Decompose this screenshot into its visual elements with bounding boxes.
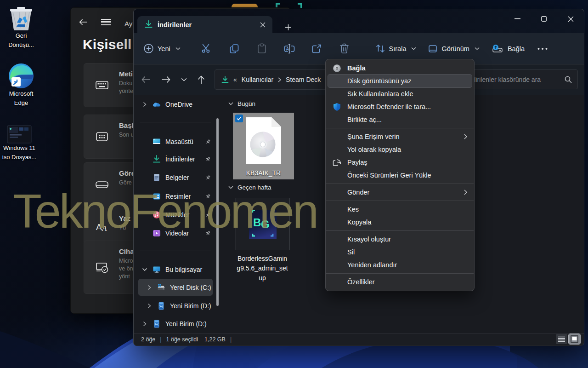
sidebar-item-label: Yerel Disk (C:) — [170, 284, 213, 291]
sidebar-item-downloads[interactable]: İndirilenler — [138, 151, 213, 167]
sidebar-item-desktop[interactable]: Masaüstü — [138, 134, 213, 150]
breadcrumb-crumb-steam-deck[interactable]: Steam Deck — [286, 76, 321, 83]
rename-button[interactable]: A — [279, 40, 300, 58]
menu-separator — [326, 201, 474, 201]
view-button[interactable]: Görünüm — [423, 40, 485, 58]
back-arrow-icon[interactable] — [79, 19, 87, 25]
sidebar-item-new-volume-1[interactable]: Yeni Birim (D:) — [138, 298, 213, 314]
pin-icon — [205, 156, 211, 162]
menu-item-send-to[interactable]: Gönder — [328, 186, 472, 199]
menu-item-give-access[interactable]: Şuna Erişim verin — [328, 130, 472, 143]
share-button[interactable] — [307, 40, 327, 58]
sidebar-item-label: Yeni Birim (D:) — [170, 302, 213, 310]
start-menu-icon — [95, 130, 109, 144]
breadcrumb-overflow-chevrons[interactable]: « — [233, 76, 237, 83]
paste-button[interactable] — [252, 40, 272, 58]
group-header-today[interactable]: Bugün — [228, 100, 255, 107]
file-item-kb3aik-selected[interactable]: KB3AIK_TR — [233, 113, 294, 179]
toolbar-right-group: Sırala Görünüm Bağla — [370, 40, 554, 58]
sidebar-item-local-disk-c[interactable]: Yerel Disk (C:) — [138, 279, 213, 296]
menu-item-copy[interactable]: Kopyala — [328, 216, 472, 229]
close-window-button[interactable] — [557, 9, 584, 29]
desktop-icon-label: Dönüşü... — [0, 40, 43, 50]
sort-button[interactable]: Sırala — [370, 40, 422, 58]
sidebar-item-new-volume-2[interactable]: Yeni Birim (D:) — [138, 316, 213, 332]
menu-item-mount[interactable]: Bağla — [328, 62, 472, 75]
menu-item-open-with[interactable]: Birlikte aç... — [328, 113, 472, 126]
copy-button[interactable] — [224, 40, 244, 58]
nav-recent-button[interactable] — [176, 72, 192, 87]
menu-item-label: Yol olarak kopyala — [347, 146, 467, 153]
menu-item-rename[interactable]: Yeniden adlandır — [328, 259, 472, 271]
desktop-icon-windows11-iso[interactable]: Windows 11 iso Dosyas... — [0, 125, 41, 162]
chevron-down-icon — [411, 47, 416, 50]
search-box[interactable]: İndirilenler klasöründe ara — [461, 69, 578, 89]
chevron-down-icon[interactable] — [141, 268, 148, 271]
share-icon — [311, 44, 322, 54]
chevron-right-icon[interactable] — [141, 102, 148, 107]
menu-item-create-shortcut[interactable]: Kısayol oluştur — [328, 233, 472, 246]
new-tab-button[interactable] — [282, 21, 294, 33]
explorer-tab-downloads[interactable]: İndirilenler — [137, 16, 272, 33]
menu-item-scan-with-defender[interactable]: Microsoft Defender ile tara... — [328, 100, 472, 113]
menu-item-label: Özellikler — [347, 278, 467, 286]
menu-item-delete[interactable]: Sil — [328, 246, 472, 259]
menu-item-label: Gönder — [347, 189, 464, 196]
menu-item-properties[interactable]: Özellikler — [328, 276, 472, 288]
trash-icon — [339, 43, 349, 54]
chevron-down-icon[interactable] — [228, 102, 233, 105]
desktop-icon-label: iso Dosyas... — [0, 153, 41, 162]
menu-item-burn-disc-image[interactable]: Disk görüntüsünü yaz — [328, 75, 472, 87]
plus-icon — [285, 24, 292, 31]
sidebar-item-documents[interactable]: Belgeler — [138, 170, 213, 185]
chevron-right-icon[interactable] — [146, 285, 153, 290]
selection-checkbox[interactable] — [235, 115, 243, 122]
chevron-right-icon[interactable] — [141, 321, 148, 327]
view-toggle-group — [556, 334, 580, 344]
nav-back-button[interactable] — [138, 72, 153, 87]
mount-button[interactable]: Bağla — [486, 40, 530, 58]
new-item-button[interactable]: Yeni — [139, 40, 185, 58]
menu-item-restore-previous-versions[interactable]: Önceki Sürümleri Geri Yükle — [328, 169, 472, 182]
delete-button[interactable] — [334, 40, 355, 58]
desktop-icon-recycle-bin[interactable]: Geri Dönüşü... — [0, 5, 43, 50]
arrow-up-icon — [198, 75, 204, 84]
cut-button[interactable] — [197, 40, 217, 58]
menu-item-copy-as-path[interactable]: Yol olarak kopyala — [328, 143, 472, 156]
desktop-icon-edge[interactable]: Microsoft Edge — [0, 63, 43, 108]
menu-item-label: Yeniden adlandır — [347, 261, 467, 269]
menu-item-label: Sık Kullanılanlara ekle — [347, 90, 467, 98]
sidebar-item-this-pc[interactable]: Bu bilgisayar — [138, 262, 213, 277]
chevron-down-icon — [175, 47, 181, 50]
sidebar-item-onedrive[interactable]: OneDrive — [138, 97, 213, 112]
tab-close-button[interactable] — [257, 19, 269, 30]
arrow-right-icon — [162, 76, 170, 83]
menu-item-cut[interactable]: Kes — [328, 203, 472, 216]
new-button-label: Yeni — [158, 45, 170, 52]
menu-item-share[interactable]: Paylaş — [328, 156, 472, 169]
wallpaper-bracket-2 — [298, 3, 302, 8]
menu-item-label: Paylaş — [347, 159, 467, 166]
sort-icon — [376, 44, 385, 53]
minimize-icon — [514, 18, 520, 19]
disc-icon — [332, 63, 341, 73]
documents-folder-icon — [152, 173, 161, 182]
hamburger-menu-icon[interactable] — [101, 19, 111, 25]
chevron-right-icon[interactable] — [146, 303, 153, 309]
minimize-button[interactable] — [504, 9, 531, 29]
check-icon — [237, 116, 242, 121]
thumbnail-view-button[interactable] — [569, 334, 580, 344]
file-name[interactable]: BorderlessGamin g9.5.6_admin_set up — [220, 254, 305, 283]
menu-item-add-to-favorites[interactable]: Sık Kullanılanlara ekle — [328, 87, 472, 100]
breadcrumb-crumb-users[interactable]: Kullanıcılar — [242, 76, 273, 83]
list-view-button[interactable] — [556, 334, 567, 344]
maximize-icon — [541, 16, 547, 22]
menu-separator — [326, 230, 474, 231]
nav-forward-button[interactable] — [158, 72, 174, 87]
sidebar-item-label: Belgeler — [165, 174, 205, 181]
sidebar-item-label: Bu bilgisayar — [165, 266, 213, 273]
nav-up-button[interactable] — [193, 72, 209, 87]
file-name: KB3AIK_TR — [233, 169, 294, 177]
more-options-button[interactable] — [531, 40, 554, 58]
maximize-button[interactable] — [531, 9, 557, 29]
